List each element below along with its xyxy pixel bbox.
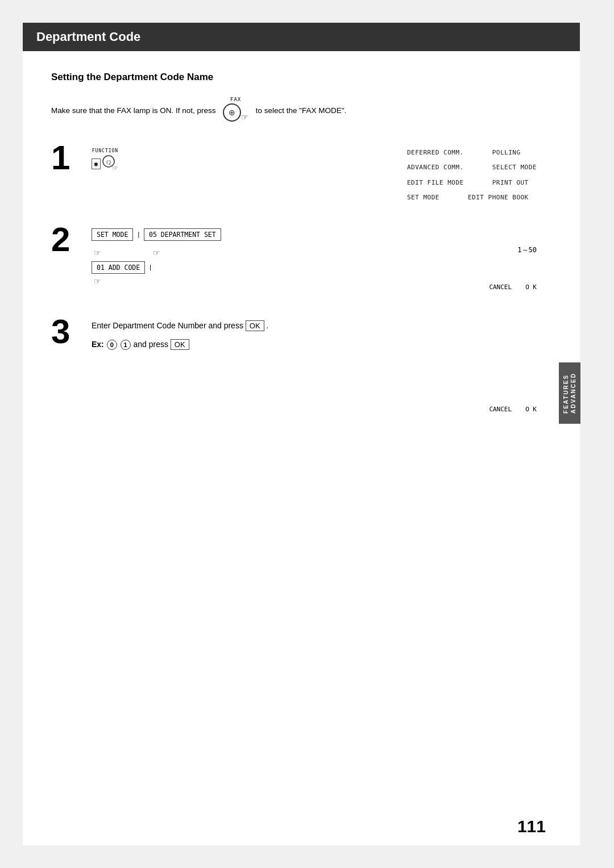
menu-row-3: EDIT FILE MODE PRINT OUT [407,176,537,190]
svg-text:☞: ☞ [94,248,101,257]
menu-item-polling: POLLING [492,145,521,160]
hand-step2-addcode: ☞ [93,274,109,286]
menu-item-advanced: ADVANCED COMM. [407,160,464,175]
step-2-content: SET MODE | 05 DEPARTMENT SET ☞ ☞ [92,223,414,292]
add-code-cursor: | [148,264,152,271]
circle-1: 1 [121,340,131,350]
step-3-main-text: Enter Department Code Number and press O… [92,320,414,331]
menu-row-4: SET MODE EDIT PHONE BOOK [407,190,537,205]
step-3-content: Enter Department Code Number and press O… [92,315,414,350]
circle-0: 0 [107,340,117,350]
step-1-content: FUNCTION ✱ Q ☞ [92,141,119,173]
step-3-section: 3 Enter Department Code Number and press… [51,315,537,413]
menu-grid: DEFERRED COMM. POLLING ADVANCED COMM. SE… [407,141,537,206]
title-text: Department Code [36,30,140,44]
step-3-cancel-ok: CANCEL O K [423,315,537,413]
asterisk-symbol: ✱ [92,158,101,169]
section-subtitle: Setting the Department Code Name [51,72,537,83]
fax-circle-svg: ⊕ [222,102,243,124]
svg-text:☞: ☞ [94,277,101,286]
step2-ok-label: O K [525,283,537,291]
function-icon-svg: Q ☞ [102,155,119,173]
menu-item-editphone: EDIT PHONE BOOK [468,190,529,205]
step-2-right: 1～50 CANCEL O K [423,223,537,291]
menu-item-editfile: EDIT FILE MODE [407,176,464,190]
step-3-number: 3 [51,315,82,349]
svg-text:☞: ☞ [153,248,160,257]
fax-button-icon: FAX ⊕ ☞ [222,97,250,124]
svg-text:⊕: ⊕ [229,108,235,117]
step-2-hands-row1: ☞ ☞ [92,245,414,258]
step-2-cancel-ok: CANCEL O K [489,283,537,291]
step3-ok-label: O K [525,406,537,413]
step-1-number: 1 [51,141,82,175]
svg-text:☞: ☞ [241,112,248,121]
page-number: 111 [517,817,546,836]
step3-ok-box: OK [246,320,264,331]
menu-row-1: DEFERRED COMM. POLLING [407,145,537,160]
step-2-section: 2 SET MODE | 05 DEPARTMENT SET ☞ [51,223,537,292]
range-display: 1～50 [517,245,537,255]
svg-text:Q: Q [106,158,111,165]
step3-cancel-label: CANCEL [489,406,512,413]
intro-paragraph: Make sure that the FAX lamp is ON. If no… [51,97,537,124]
department-set-button: 05 DEPARTMENT SET [144,228,221,241]
set-mode-button: SET MODE [92,228,133,241]
step-1-section: 1 FUNCTION ✱ Q ☞ [51,141,537,206]
page-title: Department Code [23,23,580,51]
step-3-ex: Ex: 0 1 and press OK [92,339,414,350]
step2-cancel-label: CANCEL [489,283,512,291]
svg-text:☞: ☞ [112,164,118,172]
step-2-hands-row2: ☞ [92,274,414,289]
menu-row-2: ADVANCED COMM. SELECT MODE [407,160,537,175]
hand-icon: ☞ [241,111,250,121]
menu-item-select: SELECT MODE [492,160,537,175]
menu-item-printout: PRINT OUT [492,176,529,190]
function-button: FUNCTION ✱ Q ☞ [92,148,119,173]
step-2-row-1: SET MODE | 05 DEPARTMENT SET [92,228,414,241]
step3-ex-ok-box: OK [171,339,189,350]
step-2-row-2: 01 ADD CODE | [92,261,414,274]
menu-item-setmode: SET MODE [407,190,439,205]
hand-step2-btn1: ☞ [93,245,109,258]
add-code-button: 01 ADD CODE [92,261,145,274]
side-tab: ADVANCEDFEATURES [559,362,580,424]
side-tab-text: ADVANCEDFEATURES [562,373,577,414]
menu-item-deferred: DEFERRED COMM. [407,145,464,160]
step-2-number: 2 [51,223,82,257]
ex-label: Ex: [92,340,104,349]
hand-step2-btn2: ☞ [152,245,168,258]
